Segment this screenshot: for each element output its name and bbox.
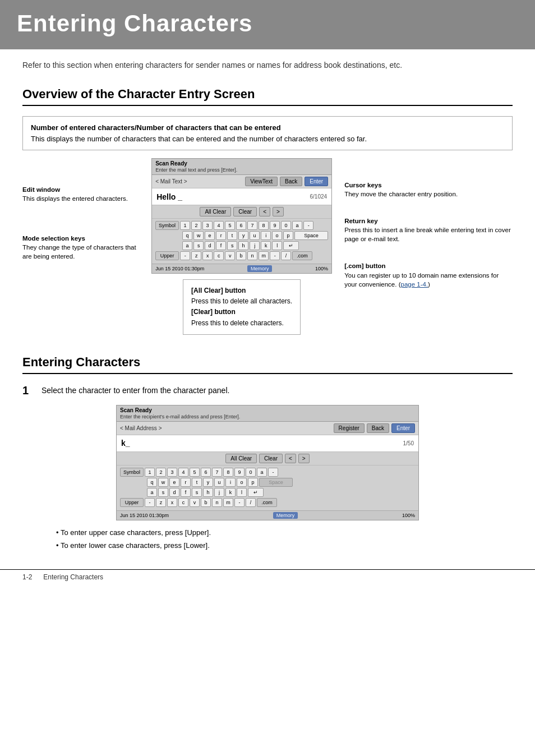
key2-y[interactable]: y: [203, 478, 213, 487]
key-x[interactable]: x: [202, 251, 213, 260]
key-c[interactable]: c: [214, 251, 224, 260]
key-e[interactable]: e: [205, 231, 215, 240]
key-dash2[interactable]: -: [180, 251, 190, 260]
key2-x[interactable]: x: [167, 498, 177, 507]
key-a[interactable]: a: [292, 221, 302, 230]
key-y[interactable]: y: [238, 231, 248, 240]
key-1[interactable]: 1: [180, 221, 190, 230]
key2-f[interactable]: f: [181, 488, 191, 497]
key-f[interactable]: f: [216, 241, 226, 250]
key-b[interactable]: b: [236, 251, 246, 260]
all-clear-btn-2[interactable]: All Clear: [225, 454, 257, 463]
clear-btn-2[interactable]: Clear: [259, 454, 283, 463]
key-7[interactable]: 7: [247, 221, 257, 230]
dotcom-key-2[interactable]: .com: [257, 498, 277, 507]
key-w[interactable]: w: [193, 231, 204, 240]
key-l[interactable]: l: [272, 241, 282, 250]
key2-1[interactable]: 1: [145, 468, 155, 477]
key-k[interactable]: k: [261, 241, 271, 250]
key2-3[interactable]: 3: [167, 468, 177, 477]
key-dash[interactable]: -: [303, 221, 313, 230]
key-t[interactable]: t: [227, 231, 237, 240]
right-arrow-btn-2[interactable]: >: [298, 454, 310, 463]
key-h[interactable]: h: [238, 241, 248, 250]
key-z[interactable]: z: [191, 251, 201, 260]
key-a2[interactable]: a: [182, 241, 192, 250]
enter-button-1[interactable]: Enter: [305, 177, 328, 186]
key2-a2[interactable]: a: [147, 488, 157, 497]
key2-r[interactable]: r: [181, 478, 191, 487]
key-q[interactable]: q: [182, 231, 192, 240]
key2-o[interactable]: o: [237, 478, 247, 487]
back-button-1[interactable]: Back: [280, 177, 302, 186]
key-3[interactable]: 3: [202, 221, 213, 230]
key2-w[interactable]: w: [158, 478, 168, 487]
back-button-2[interactable]: Back: [367, 423, 389, 433]
return-key-2[interactable]: ↵: [248, 488, 264, 497]
return-key-1[interactable]: ↵: [283, 241, 299, 250]
key2-0[interactable]: 0: [246, 468, 256, 477]
key2-u[interactable]: u: [214, 478, 224, 487]
key2-k[interactable]: k: [225, 488, 236, 497]
key-r[interactable]: r: [216, 231, 226, 240]
dotcom-key-1[interactable]: .com: [292, 251, 312, 260]
key2-8[interactable]: 8: [223, 468, 233, 477]
key2-e[interactable]: e: [169, 478, 179, 487]
key-9[interactable]: 9: [270, 221, 280, 230]
key-p[interactable]: p: [283, 231, 293, 240]
key-slash[interactable]: /: [281, 251, 291, 260]
key2-i[interactable]: i: [225, 478, 236, 487]
key2-j[interactable]: j: [214, 488, 224, 497]
key-6[interactable]: 6: [236, 221, 246, 230]
key-4[interactable]: 4: [214, 221, 224, 230]
symbol-key-1[interactable]: Symbol: [155, 221, 179, 230]
key2-4[interactable]: 4: [178, 468, 188, 477]
key-o[interactable]: o: [272, 231, 282, 240]
key-s2[interactable]: s: [227, 241, 237, 250]
key2-b[interactable]: b: [201, 498, 211, 507]
key-j[interactable]: j: [250, 241, 260, 250]
key2-dash2[interactable]: -: [145, 498, 155, 507]
key2-v[interactable]: v: [190, 498, 200, 507]
key-m[interactable]: m: [259, 251, 269, 260]
key-8[interactable]: 8: [259, 221, 269, 230]
dotcom-link[interactable]: page 1-4.: [401, 281, 428, 288]
key-v[interactable]: v: [225, 251, 235, 260]
left-arrow-btn-2[interactable]: <: [285, 454, 296, 463]
key2-dash[interactable]: -: [268, 468, 278, 477]
register-button[interactable]: Register: [334, 423, 365, 433]
key2-z[interactable]: z: [156, 498, 166, 507]
viewtext-button[interactable]: ViewText: [245, 177, 278, 186]
key-n[interactable]: n: [247, 251, 257, 260]
enter-button-2[interactable]: Enter: [391, 423, 415, 433]
clear-btn-1[interactable]: Clear: [233, 207, 257, 216]
upper-key-2[interactable]: Upper: [120, 498, 144, 507]
right-arrow-btn-1[interactable]: >: [273, 207, 284, 216]
key-i[interactable]: i: [261, 231, 271, 240]
key2-t[interactable]: t: [192, 478, 202, 487]
key2-s2[interactable]: s: [192, 488, 202, 497]
key2-5[interactable]: 5: [190, 468, 200, 477]
key2-2[interactable]: 2: [156, 468, 166, 477]
space-key-1[interactable]: Space: [294, 231, 328, 240]
key2-h[interactable]: h: [203, 488, 213, 497]
key2-d[interactable]: d: [169, 488, 179, 497]
key2-dot[interactable]: -: [234, 498, 245, 507]
symbol-key-2[interactable]: Symbol: [120, 468, 144, 477]
key-d[interactable]: d: [205, 241, 215, 250]
key2-slash[interactable]: /: [246, 498, 256, 507]
left-arrow-btn-1[interactable]: <: [259, 207, 270, 216]
key-dot[interactable]: -: [270, 251, 280, 260]
space-key-2[interactable]: Space: [259, 478, 293, 487]
key2-6[interactable]: 6: [201, 468, 211, 477]
key2-s[interactable]: s: [158, 488, 168, 497]
key-0[interactable]: 0: [281, 221, 291, 230]
key2-7[interactable]: 7: [212, 468, 222, 477]
key2-n[interactable]: n: [212, 498, 222, 507]
key2-9[interactable]: 9: [234, 468, 245, 477]
key2-m[interactable]: m: [223, 498, 233, 507]
key-u[interactable]: u: [250, 231, 260, 240]
all-clear-btn-1[interactable]: All Clear: [200, 207, 231, 216]
key-5[interactable]: 5: [225, 221, 235, 230]
key2-p[interactable]: p: [248, 478, 258, 487]
